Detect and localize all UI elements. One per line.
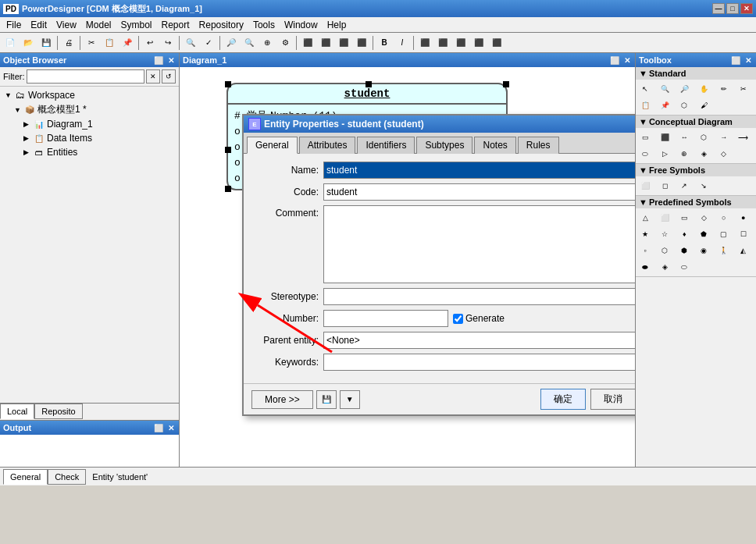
tool-pre10[interactable]: ⬟ (696, 226, 711, 242)
toolbar-more5[interactable]: ⬛ (488, 34, 505, 52)
tool-pre13[interactable]: ▫ (637, 243, 653, 258)
toolbox-float-btn[interactable]: ⬜ (729, 56, 742, 65)
tab-identifiers[interactable]: Identifiers (357, 137, 415, 154)
resize-handle-tc[interactable] (366, 81, 372, 87)
menu-view[interactable]: View (52, 18, 81, 32)
tab-notes[interactable]: Notes (474, 137, 515, 154)
tree-toggle-dataitems[interactable]: ▶ (23, 134, 33, 142)
tool-pre8[interactable]: ☆ (657, 226, 672, 242)
tab-attributes[interactable]: Attributes (299, 137, 356, 154)
toolbar-align-left[interactable]: ⬛ (299, 34, 316, 52)
diagram-canvas[interactable]: student # 学号 Number (11) o 姓名 Variable c… (180, 67, 635, 467)
tool-paste2[interactable]: 📌 (657, 98, 672, 113)
menu-help[interactable]: Help (323, 18, 351, 32)
cancel-button[interactable]: 取消 (590, 389, 635, 410)
tool-ellipse[interactable]: ⬭ (637, 146, 653, 162)
generate-checkbox-label[interactable]: Generate (453, 313, 505, 324)
tool-pre14[interactable]: ⬡ (657, 243, 672, 258)
close-button[interactable]: ✕ (740, 3, 753, 14)
toolbar-more1[interactable]: ⬛ (416, 34, 433, 52)
tree-toggle-diagram[interactable]: ▶ (23, 120, 33, 128)
menu-tools[interactable]: Tools (248, 18, 280, 32)
tool-zoom-out[interactable]: 🔎 (676, 81, 692, 97)
menu-symbol[interactable]: Symbol (116, 18, 157, 32)
tool-align[interactable]: ⬡ (676, 98, 692, 113)
tool-pre17[interactable]: 🚶 (716, 243, 732, 258)
tree-item-workspace[interactable]: ▼ 🗂 Workspace (2, 88, 177, 102)
toolbox-free-title[interactable]: ▼ Free Symbols (636, 164, 756, 176)
minimize-button[interactable]: — (712, 3, 725, 14)
tool-copy2[interactable]: 📋 (637, 98, 653, 113)
filter-input[interactable] (27, 69, 145, 84)
tool-inherit[interactable]: ↔ (676, 130, 692, 145)
toolbar-settings[interactable]: ⚙ (276, 34, 294, 52)
tool-pre12[interactable]: ☐ (736, 226, 751, 242)
keywords-input[interactable] (323, 354, 635, 371)
toolbar-check[interactable]: ✓ (200, 34, 217, 52)
tool-free1[interactable]: ⬜ (637, 178, 653, 194)
tool-free4[interactable]: ↘ (696, 178, 711, 194)
toolbar-more2[interactable]: ⬛ (434, 34, 451, 52)
number-input[interactable] (323, 310, 448, 327)
dropdown-btn[interactable]: ▼ (340, 390, 360, 409)
tool-pre21[interactable]: ⬭ (676, 259, 692, 275)
tool-zoom-in[interactable]: 🔍 (657, 81, 672, 97)
toolbar-redo[interactable]: ↪ (159, 34, 177, 52)
tool-select[interactable]: ↖ (637, 81, 653, 97)
diagram-close-btn[interactable]: ✕ (622, 56, 632, 65)
toolbar-more3[interactable]: ⬛ (452, 34, 469, 52)
toolbar-new[interactable]: 📄 (2, 34, 19, 52)
tool-pre15[interactable]: ⬢ (676, 243, 692, 258)
toolbar-save[interactable]: 💾 (37, 34, 55, 52)
toolbar-align-bottom[interactable]: ⬛ (353, 34, 370, 52)
toolbar-italic[interactable]: I (394, 34, 411, 52)
tool-entity[interactable]: ▭ (637, 130, 653, 145)
toolbox-conceptual-title[interactable]: ▼ Conceptual Diagram (636, 116, 756, 128)
toolbar-more4[interactable]: ⬛ (470, 34, 487, 52)
tool-relationship[interactable]: ⬛ (657, 130, 672, 145)
tab-rules[interactable]: Rules (518, 137, 559, 154)
tool-format[interactable]: 🖌 (696, 98, 711, 113)
toolbox-predefined-title[interactable]: ▼ Predefined Symbols (636, 196, 756, 208)
code-input[interactable] (323, 183, 635, 201)
tab-subtypes[interactable]: Subtypes (416, 137, 472, 154)
toolbar-align-right[interactable]: ⬛ (317, 34, 334, 52)
tree-toggle-entities[interactable]: ▶ (23, 148, 33, 156)
tree-item-model[interactable]: ▼ 📦 概念模型1 * (2, 102, 177, 117)
output-float-btn[interactable]: ⬜ (152, 424, 165, 432)
tool-pre19[interactable]: ⬬ (637, 259, 653, 275)
tool-pre11[interactable]: ▢ (716, 226, 732, 242)
tree-toggle-workspace[interactable]: ▼ (5, 91, 14, 99)
tree-item-dataitems[interactable]: ▶ 📋 Data Items (2, 131, 177, 145)
tool-pre7[interactable]: ★ (637, 226, 653, 242)
menu-file[interactable]: File (2, 18, 26, 32)
tool-pre9[interactable]: ♦ (676, 226, 692, 242)
tool-pre6[interactable]: ● (736, 210, 751, 226)
tool-pre2[interactable]: ⬜ (657, 210, 672, 226)
toolbar-open[interactable]: 📂 (20, 34, 37, 52)
tool-link2[interactable]: → (716, 130, 732, 145)
generate-checkbox[interactable] (453, 314, 463, 324)
tool-pan[interactable]: ✋ (696, 81, 711, 97)
toolbar-find[interactable]: 🔍 (182, 34, 199, 52)
menu-window[interactable]: Window (280, 18, 323, 32)
tab-repository[interactable]: Reposito (34, 404, 82, 419)
toolbar-zoom-in[interactable]: 🔎 (223, 34, 240, 52)
panel-close-btn[interactable]: ✕ (166, 56, 176, 65)
tab-local[interactable]: Local (0, 404, 34, 419)
maximize-button[interactable]: □ (726, 3, 739, 14)
toolbar-print[interactable]: 🖨 (60, 34, 77, 52)
tool-connect[interactable]: ◇ (716, 146, 732, 162)
resize-handle-tr[interactable] (503, 81, 509, 87)
tool-link[interactable]: ✏ (716, 81, 732, 97)
more-button[interactable]: More >> (251, 390, 313, 409)
menu-edit[interactable]: Edit (26, 18, 52, 32)
tool-pre18[interactable]: ◭ (736, 243, 751, 258)
menu-report[interactable]: Report (157, 18, 194, 32)
tool-pre1[interactable]: △ (637, 210, 653, 226)
tool-diamond[interactable]: ◈ (696, 146, 711, 162)
resize-handle-tl[interactable] (225, 81, 231, 87)
resize-handle-ml[interactable] (225, 147, 231, 153)
toolbar-zoom-fit[interactable]: ⊕ (259, 34, 276, 52)
tool-cross[interactable]: ⊕ (676, 146, 692, 162)
